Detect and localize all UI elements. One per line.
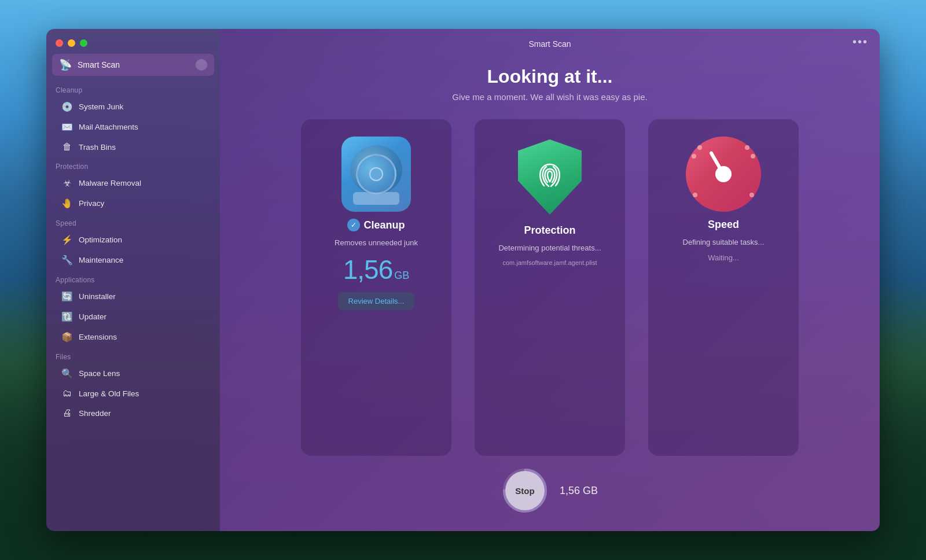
sidebar-item-updater[interactable]: 🔃 Updater — [52, 307, 214, 326]
updater-label: Updater — [79, 312, 106, 321]
sidebar-item-privacy[interactable]: 🤚 Privacy — [52, 194, 214, 213]
shield-shape — [518, 139, 582, 215]
sidebar: 📡 Smart Scan Cleanup 💿 System Junk ✉️ Ma… — [46, 29, 220, 531]
protection-file: com.jamfsoftware.jamf.agent.plist — [502, 259, 597, 266]
speed-waiting: Waiting... — [708, 253, 739, 262]
shredder-icon: 🖨 — [61, 408, 73, 418]
sidebar-item-mail-attachments[interactable]: ✉️ Mail Attachments — [52, 117, 214, 137]
main-heading: Looking at it... — [220, 66, 880, 87]
gauge-dot-5 — [693, 193, 697, 197]
section-speed: Speed — [46, 213, 220, 230]
speed-title: Speed — [708, 219, 739, 231]
section-files: Files — [46, 347, 220, 363]
bottom-size-label: 1,56 GB — [560, 485, 598, 497]
more-options-button[interactable]: ••• — [852, 35, 868, 49]
section-applications: Applications — [46, 270, 220, 286]
cards-row: ✓ Cleanup Removes unneeded junk 1,56 GB … — [220, 119, 880, 456]
privacy-label: Privacy — [79, 199, 104, 208]
speed-icon — [686, 137, 761, 212]
protection-card: Protection Determining potential threats… — [475, 119, 625, 456]
minimize-button[interactable] — [68, 39, 75, 47]
smart-scan-badge — [196, 59, 207, 71]
large-old-files-label: Large & Old Files — [79, 389, 139, 398]
sidebar-item-system-junk[interactable]: 💿 System Junk — [52, 97, 214, 116]
titlebar: Smart Scan ••• — [220, 29, 880, 54]
speed-card: Speed Defining suitable tasks... Waiting… — [648, 119, 799, 456]
cleanup-card: ✓ Cleanup Removes unneeded junk 1,56 GB … — [301, 119, 451, 456]
trash-bins-label: Trash Bins — [79, 143, 116, 152]
bottom-bar: Stop 1,56 GB — [220, 456, 880, 531]
protection-title: Protection — [524, 224, 575, 237]
mail-attachments-label: Mail Attachments — [79, 123, 138, 131]
protection-subtitle: Determining potential threats... — [498, 244, 601, 252]
sidebar-item-trash-bins[interactable]: 🗑 Trash Bins — [52, 138, 214, 156]
gauge-dot-6 — [749, 193, 754, 197]
maintenance-label: Maintenance — [79, 256, 123, 264]
stop-button-wrapper: Stop — [502, 467, 548, 514]
protection-title-row: Protection — [524, 224, 575, 237]
stop-button[interactable]: Stop — [505, 471, 545, 510]
space-lens-label: Space Lens — [79, 369, 120, 378]
sidebar-item-large-old-files[interactable]: 🗂 Large & Old Files — [52, 384, 214, 403]
speed-subtitle: Defining suitable tasks... — [683, 238, 765, 246]
extensions-icon: 📦 — [61, 331, 73, 342]
malware-removal-label: Malware Removal — [79, 179, 141, 187]
trash-bins-icon: 🗑 — [61, 142, 73, 152]
content-header: Looking at it... Give me a moment. We al… — [220, 54, 880, 119]
system-junk-icon: 💿 — [61, 101, 73, 112]
sidebar-item-optimization[interactable]: ⚡ Optimization — [52, 230, 214, 249]
section-protection: Protection — [46, 157, 220, 173]
maximize-button[interactable] — [80, 39, 87, 47]
cleanup-icon — [341, 137, 411, 212]
main-subheading: Give me a moment. We all wish it was eas… — [220, 92, 880, 102]
cleanup-subtitle: Removes unneeded junk — [335, 238, 418, 247]
cleanup-size-unit: GB — [394, 270, 409, 282]
uninstaller-label: Uninstaller — [79, 292, 116, 301]
cleanup-size-number: 1,56 — [343, 254, 393, 285]
main-window: 📡 Smart Scan Cleanup 💿 System Junk ✉️ Ma… — [46, 29, 880, 531]
mail-attachments-icon: ✉️ — [61, 121, 73, 132]
large-old-files-icon: 🗂 — [61, 388, 73, 399]
extensions-label: Extensions — [79, 333, 117, 341]
window-title: Smart Scan — [528, 39, 571, 49]
speed-title-row: Speed — [708, 219, 739, 231]
cleanup-size-display: 1,56 GB — [343, 254, 410, 285]
sidebar-item-extensions[interactable]: 📦 Extensions — [52, 327, 214, 347]
gauge-dot-4 — [751, 154, 755, 159]
close-button[interactable] — [56, 39, 63, 47]
gauge-dot-1 — [697, 145, 702, 150]
hdd-inner — [356, 154, 396, 194]
system-junk-label: System Junk — [79, 102, 123, 111]
section-cleanup: Cleanup — [46, 80, 220, 97]
sidebar-item-maintenance[interactable]: 🔧 Maintenance — [52, 250, 214, 270]
gauge-center — [715, 166, 732, 182]
maintenance-icon: 🔧 — [61, 255, 73, 266]
optimization-icon: ⚡ — [61, 234, 73, 245]
shredder-label: Shredder — [79, 409, 111, 418]
space-lens-icon: 🔍 — [61, 368, 73, 379]
sidebar-item-shredder[interactable]: 🖨 Shredder — [52, 404, 214, 422]
smart-scan-label: Smart Scan — [78, 60, 190, 69]
sidebar-item-space-lens[interactable]: 🔍 Space Lens — [52, 364, 214, 383]
fingerprint-svg — [532, 159, 567, 196]
gauge-dot-3 — [692, 154, 696, 159]
sidebar-item-malware-removal[interactable]: ☣ Malware Removal — [52, 174, 214, 193]
cleanup-check-icon: ✓ — [347, 219, 360, 231]
gauge-dot-2 — [745, 145, 749, 150]
cleanup-title-row: ✓ Cleanup — [347, 219, 405, 231]
sidebar-item-smart-scan[interactable]: 📡 Smart Scan — [52, 54, 214, 76]
sidebar-item-uninstaller[interactable]: 🔄 Uninstaller — [52, 287, 214, 306]
protection-icon — [515, 137, 585, 218]
malware-removal-icon: ☣ — [61, 178, 73, 189]
window-controls — [46, 29, 220, 54]
cleanup-title: Cleanup — [363, 219, 405, 231]
main-content: Smart Scan ••• Looking at it... Give me … — [220, 29, 880, 531]
uninstaller-icon: 🔄 — [61, 291, 73, 302]
updater-icon: 🔃 — [61, 311, 73, 322]
optimization-label: Optimization — [79, 235, 122, 244]
review-details-button[interactable]: Review Details... — [338, 292, 415, 310]
privacy-icon: 🤚 — [61, 198, 73, 209]
smart-scan-icon: 📡 — [59, 58, 72, 71]
